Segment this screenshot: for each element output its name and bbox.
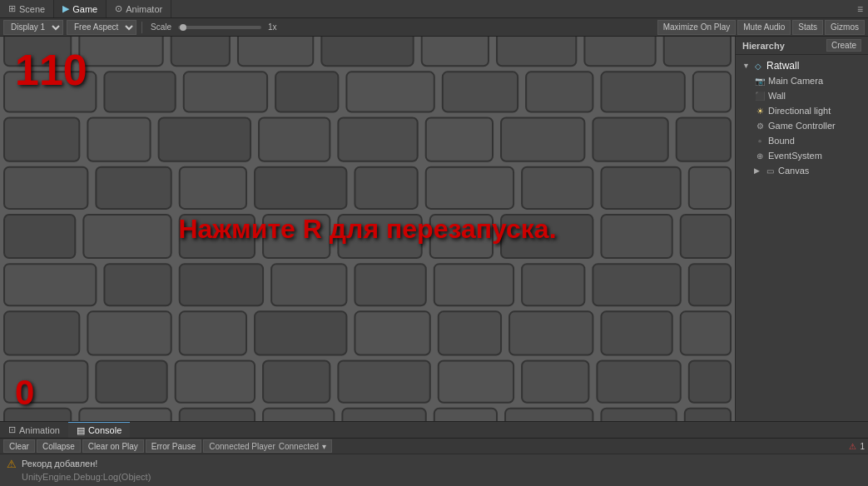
clear-button[interactable]: Clear [3, 439, 35, 453]
camera-icon: 📷 [754, 75, 766, 87]
scene-icon: ⊞ [8, 3, 16, 14]
gizmos-button[interactable]: Gizmos [825, 20, 865, 35]
svg-rect-35 [601, 167, 680, 209]
hierarchy-item-event-system[interactable]: ⊕ EventSystem [736, 148, 868, 163]
svg-rect-22 [259, 118, 330, 161]
svg-rect-13 [275, 72, 338, 112]
tab-scene[interactable]: ⊞ Scene [0, 0, 54, 17]
hierarchy-label-canvas: Canvas [778, 166, 809, 176]
svg-rect-7 [497, 37, 576, 66]
scale-label: Scale [151, 22, 171, 32]
tab-game[interactable]: ▶ Game [54, 0, 107, 17]
connected-player-label: Connected Player [209, 442, 275, 451]
svg-rect-8 [584, 37, 655, 66]
aspect-select[interactable]: Free Aspect [67, 20, 136, 35]
light-icon: ☀ [754, 105, 766, 117]
svg-rect-2 [79, 37, 162, 66]
game-icon: ▶ [62, 3, 69, 14]
scene-unity-icon: ◇ [752, 60, 764, 72]
svg-rect-24 [426, 118, 493, 161]
center-message: Нажмите R для перезапуска. [178, 214, 556, 245]
tab-animation[interactable]: ⊡ Animation [0, 422, 68, 438]
svg-rect-70 [522, 361, 588, 403]
game-view: 110 Нажмите R для перезапуска. 0 [0, 37, 735, 421]
hierarchy-item-game-controller[interactable]: ⚙ Game Controller [736, 118, 868, 133]
svg-rect-75 [180, 409, 255, 421]
svg-rect-59 [355, 311, 429, 355]
svg-rect-81 [685, 409, 731, 421]
hierarchy-panel: Hierarchy Create ▼ ◇ Ratwall 📷 Main Came… [735, 37, 868, 421]
hierarchy-item-wall[interactable]: ⬛ Wall [736, 88, 868, 103]
svg-rect-14 [346, 72, 434, 112]
error-pause-button[interactable]: Error Pause [146, 439, 201, 453]
scale-slider[interactable] [178, 26, 261, 29]
svg-rect-29 [96, 167, 171, 209]
svg-rect-52 [522, 264, 584, 305]
svg-rect-3 [171, 37, 230, 66]
svg-rect-4 [238, 37, 313, 66]
clear-on-play-button[interactable]: Clear on Play [82, 439, 144, 453]
svg-rect-66 [176, 361, 255, 403]
hierarchy-label-bound: Bound [768, 136, 795, 146]
main-area: 110 Нажмите R для перезапуска. 0 Hierarc… [0, 37, 868, 421]
svg-rect-21 [159, 118, 250, 161]
tab-animator[interactable]: ⊙ Animator [107, 0, 171, 17]
hierarchy-item-canvas[interactable]: ▶ ▭ Canvas [736, 163, 868, 178]
display-select[interactable]: Display 1 [3, 20, 63, 35]
svg-rect-62 [601, 311, 672, 355]
svg-rect-68 [338, 361, 429, 403]
scale-value: 1x [268, 22, 277, 32]
svg-rect-65 [96, 361, 166, 403]
maximize-on-play-button[interactable]: Maximize On Play [657, 20, 737, 35]
svg-rect-48 [180, 264, 263, 305]
svg-rect-74 [79, 409, 171, 421]
wall-icon: ⬛ [754, 90, 766, 102]
svg-rect-49 [271, 264, 346, 305]
hierarchy-tree: ▼ ◇ Ratwall 📷 Main Camera ⬛ Wall ☀ Direc… [736, 55, 868, 421]
svg-rect-28 [4, 167, 87, 209]
svg-rect-32 [355, 167, 417, 209]
error-icon: ⚠ [849, 442, 856, 451]
error-count-value: 1 [860, 442, 865, 451]
svg-rect-78 [434, 409, 497, 421]
hierarchy-root-label: Ratwall [766, 60, 799, 72]
hierarchy-item-main-camera[interactable]: 📷 Main Camera [736, 73, 868, 88]
hierarchy-item-directional-light[interactable]: ☀ Directional light [736, 103, 868, 118]
hierarchy-label-wall: Wall [768, 91, 786, 101]
bound-icon: ▫ [754, 135, 766, 146]
tab-console[interactable]: ▤ Console [68, 422, 130, 438]
svg-rect-44 [601, 215, 672, 258]
hierarchy-root-item[interactable]: ▼ ◇ Ratwall [736, 58, 868, 73]
bottom-tabs: ⊡ Animation ▤ Console [0, 422, 868, 439]
hierarchy-header: Hierarchy Create [736, 37, 868, 55]
console-log-area: ⚠ Рекорд добавлен! UnityEngine.Debug:Log… [0, 454, 868, 486]
svg-rect-25 [501, 118, 584, 161]
hierarchy-label-directional-light: Directional light [768, 106, 831, 116]
svg-rect-47 [104, 264, 171, 305]
create-button[interactable]: Create [826, 39, 861, 52]
svg-rect-57 [180, 311, 246, 355]
stats-button[interactable]: Stats [792, 20, 823, 35]
game-controller-icon: ⚙ [754, 120, 766, 131]
mute-audio-button[interactable]: Mute Audio [737, 20, 791, 35]
more-button[interactable]: ≡ [852, 3, 868, 15]
svg-rect-72 [689, 361, 731, 403]
svg-rect-23 [338, 118, 417, 161]
connected-player-arrow: ▾ [322, 442, 326, 451]
svg-rect-50 [355, 264, 425, 305]
error-count-area: ⚠ 1 [849, 442, 865, 451]
animation-tab-label: Animation [19, 425, 60, 435]
hierarchy-item-bound[interactable]: ▫ Bound [736, 133, 868, 148]
svg-rect-18 [693, 72, 731, 112]
svg-rect-69 [439, 361, 513, 403]
svg-rect-30 [180, 167, 246, 209]
tab-game-label: Game [72, 4, 97, 14]
svg-rect-45 [681, 215, 731, 258]
connected-player-dropdown[interactable]: Connected Player Connected ▾ [203, 439, 332, 453]
tab-scene-label: Scene [19, 4, 45, 14]
collapse-button[interactable]: Collapse [37, 439, 81, 453]
log-line-2: UnityEngine.Debug:Log(Object) [22, 470, 151, 484]
score-top: 110 [15, 45, 87, 95]
hierarchy-label-event-system: EventSystem [768, 151, 822, 161]
scale-thumb [180, 24, 186, 31]
